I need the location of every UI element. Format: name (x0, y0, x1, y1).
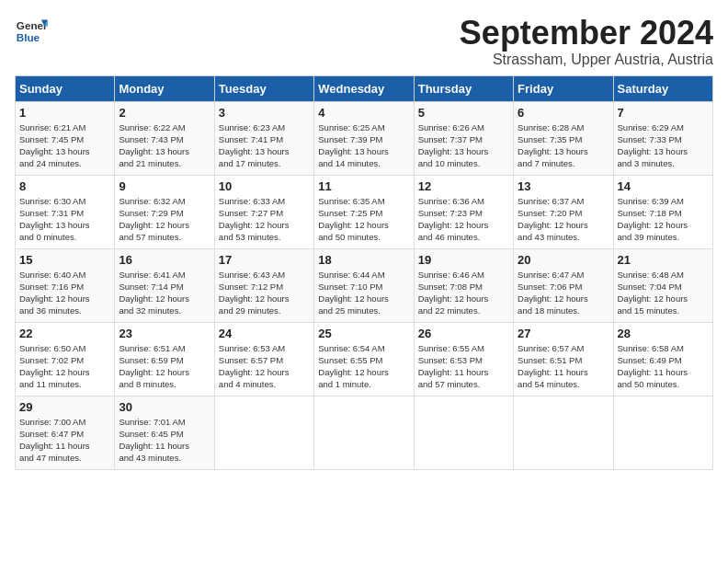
header-day-tuesday: Tuesday (214, 75, 313, 101)
svg-text:Blue: Blue (17, 31, 40, 43)
day-info: Sunrise: 6:23 AMSunset: 7:41 PMDaylight:… (219, 121, 310, 170)
day-info: Sunrise: 6:22 AMSunset: 7:43 PMDaylight:… (119, 121, 210, 170)
calendar-week-5: 29Sunrise: 7:00 AMSunset: 6:47 PMDayligh… (16, 396, 713, 469)
logo-icon: General Blue (15, 15, 48, 48)
calendar-cell: 27Sunrise: 6:57 AMSunset: 6:51 PMDayligh… (514, 322, 613, 396)
calendar-cell (314, 396, 414, 469)
day-number: 20 (518, 253, 609, 267)
day-info: Sunrise: 7:00 AMSunset: 6:47 PMDaylight:… (19, 416, 110, 465)
day-number: 29 (19, 400, 110, 414)
day-number: 23 (119, 327, 210, 340)
calendar-cell: 7Sunrise: 6:29 AMSunset: 7:33 PMDaylight… (613, 101, 712, 175)
day-number: 4 (318, 106, 409, 120)
day-number: 16 (119, 253, 210, 267)
calendar-cell: 23Sunrise: 6:51 AMSunset: 6:59 PMDayligh… (115, 322, 214, 396)
day-number: 24 (219, 327, 310, 340)
calendar-table: SundayMondayTuesdayWednesdayThursdayFrid… (15, 75, 713, 470)
calendar-cell (414, 396, 513, 469)
calendar-cell: 15Sunrise: 6:40 AMSunset: 7:16 PMDayligh… (16, 248, 115, 322)
calendar-cell: 18Sunrise: 6:44 AMSunset: 7:10 PMDayligh… (314, 248, 414, 322)
calendar-cell: 6Sunrise: 6:28 AMSunset: 7:35 PMDaylight… (514, 101, 613, 175)
day-info: Sunrise: 6:28 AMSunset: 7:35 PMDaylight:… (518, 121, 609, 170)
day-info: Sunrise: 6:58 AMSunset: 6:49 PMDaylight:… (618, 342, 709, 391)
day-number: 28 (618, 327, 709, 340)
calendar-cell: 22Sunrise: 6:50 AMSunset: 7:02 PMDayligh… (16, 322, 115, 396)
day-info: Sunrise: 6:57 AMSunset: 6:51 PMDaylight:… (518, 342, 609, 391)
day-number: 8 (19, 179, 110, 193)
calendar-cell: 9Sunrise: 6:32 AMSunset: 7:29 PMDaylight… (115, 175, 214, 248)
header-day-thursday: Thursday (414, 75, 513, 101)
calendar-cell: 13Sunrise: 6:37 AMSunset: 7:20 PMDayligh… (514, 175, 613, 248)
calendar-cell (214, 396, 313, 469)
day-info: Sunrise: 6:43 AMSunset: 7:12 PMDaylight:… (219, 269, 310, 317)
calendar-cell: 20Sunrise: 6:47 AMSunset: 7:06 PMDayligh… (514, 248, 613, 322)
calendar-week-2: 8Sunrise: 6:30 AMSunset: 7:31 PMDaylight… (16, 175, 713, 248)
day-info: Sunrise: 6:51 AMSunset: 6:59 PMDaylight:… (119, 342, 210, 391)
calendar-week-1: 1Sunrise: 6:21 AMSunset: 7:45 PMDaylight… (16, 101, 713, 175)
calendar-cell: 2Sunrise: 6:22 AMSunset: 7:43 PMDaylight… (115, 101, 214, 175)
day-number: 13 (518, 179, 609, 193)
day-number: 15 (19, 253, 110, 267)
day-number: 19 (418, 253, 509, 267)
day-info: Sunrise: 6:26 AMSunset: 7:37 PMDaylight:… (418, 121, 509, 170)
logo: General Blue (15, 15, 48, 48)
day-number: 17 (219, 253, 310, 267)
header-day-monday: Monday (115, 75, 214, 101)
calendar-cell: 25Sunrise: 6:54 AMSunset: 6:55 PMDayligh… (314, 322, 414, 396)
header: General Blue September 2024 Strassham, U… (15, 15, 713, 68)
day-number: 27 (518, 327, 609, 340)
day-number: 30 (119, 400, 210, 414)
calendar-cell: 24Sunrise: 6:53 AMSunset: 6:57 PMDayligh… (214, 322, 313, 396)
day-number: 25 (318, 327, 409, 340)
day-info: Sunrise: 6:30 AMSunset: 7:31 PMDaylight:… (19, 195, 110, 244)
day-number: 14 (618, 179, 709, 193)
calendar-cell: 14Sunrise: 6:39 AMSunset: 7:18 PMDayligh… (613, 175, 712, 248)
day-number: 21 (618, 253, 709, 267)
title-area: September 2024 Strassham, Upper Austria,… (460, 15, 713, 68)
day-number: 2 (119, 106, 210, 120)
calendar-cell: 10Sunrise: 6:33 AMSunset: 7:27 PMDayligh… (214, 175, 313, 248)
day-number: 7 (618, 106, 709, 120)
day-info: Sunrise: 6:44 AMSunset: 7:10 PMDaylight:… (318, 269, 409, 317)
day-number: 10 (219, 179, 310, 193)
header-day-sunday: Sunday (16, 75, 115, 101)
day-info: Sunrise: 6:46 AMSunset: 7:08 PMDaylight:… (418, 269, 509, 317)
calendar-cell: 16Sunrise: 6:41 AMSunset: 7:14 PMDayligh… (115, 248, 214, 322)
location-title: Strassham, Upper Austria, Austria (460, 52, 713, 68)
calendar-cell: 26Sunrise: 6:55 AMSunset: 6:53 PMDayligh… (414, 322, 513, 396)
header-day-saturday: Saturday (613, 75, 712, 101)
calendar-week-4: 22Sunrise: 6:50 AMSunset: 7:02 PMDayligh… (16, 322, 713, 396)
day-info: Sunrise: 6:40 AMSunset: 7:16 PMDaylight:… (19, 269, 110, 317)
day-info: Sunrise: 7:01 AMSunset: 6:45 PMDaylight:… (119, 416, 210, 465)
calendar-cell: 21Sunrise: 6:48 AMSunset: 7:04 PMDayligh… (613, 248, 712, 322)
calendar-cell: 30Sunrise: 7:01 AMSunset: 6:45 PMDayligh… (115, 396, 214, 469)
day-info: Sunrise: 6:48 AMSunset: 7:04 PMDaylight:… (618, 269, 709, 317)
day-info: Sunrise: 6:53 AMSunset: 6:57 PMDaylight:… (219, 342, 310, 391)
calendar-cell: 11Sunrise: 6:35 AMSunset: 7:25 PMDayligh… (314, 175, 414, 248)
calendar-cell (613, 396, 712, 469)
day-number: 12 (418, 179, 509, 193)
calendar-cell: 28Sunrise: 6:58 AMSunset: 6:49 PMDayligh… (613, 322, 712, 396)
day-number: 6 (518, 106, 609, 120)
day-info: Sunrise: 6:39 AMSunset: 7:18 PMDaylight:… (618, 195, 709, 244)
day-info: Sunrise: 6:21 AMSunset: 7:45 PMDaylight:… (19, 121, 110, 170)
day-info: Sunrise: 6:47 AMSunset: 7:06 PMDaylight:… (518, 269, 609, 317)
day-number: 3 (219, 106, 310, 120)
day-info: Sunrise: 6:29 AMSunset: 7:33 PMDaylight:… (618, 121, 709, 170)
header-day-wednesday: Wednesday (314, 75, 414, 101)
day-info: Sunrise: 6:25 AMSunset: 7:39 PMDaylight:… (318, 121, 409, 170)
calendar-cell (514, 396, 613, 469)
day-info: Sunrise: 6:37 AMSunset: 7:20 PMDaylight:… (518, 195, 609, 244)
day-number: 5 (418, 106, 509, 120)
day-number: 1 (19, 106, 110, 120)
calendar-body: 1Sunrise: 6:21 AMSunset: 7:45 PMDaylight… (16, 101, 713, 469)
day-number: 26 (418, 327, 509, 340)
day-info: Sunrise: 6:36 AMSunset: 7:23 PMDaylight:… (418, 195, 509, 244)
calendar-cell: 4Sunrise: 6:25 AMSunset: 7:39 PMDaylight… (314, 101, 414, 175)
day-info: Sunrise: 6:54 AMSunset: 6:55 PMDaylight:… (318, 342, 409, 391)
day-number: 18 (318, 253, 409, 267)
day-info: Sunrise: 6:50 AMSunset: 7:02 PMDaylight:… (19, 342, 110, 391)
day-info: Sunrise: 6:32 AMSunset: 7:29 PMDaylight:… (119, 195, 210, 244)
calendar-cell: 12Sunrise: 6:36 AMSunset: 7:23 PMDayligh… (414, 175, 513, 248)
calendar-header-row: SundayMondayTuesdayWednesdayThursdayFrid… (16, 75, 713, 101)
